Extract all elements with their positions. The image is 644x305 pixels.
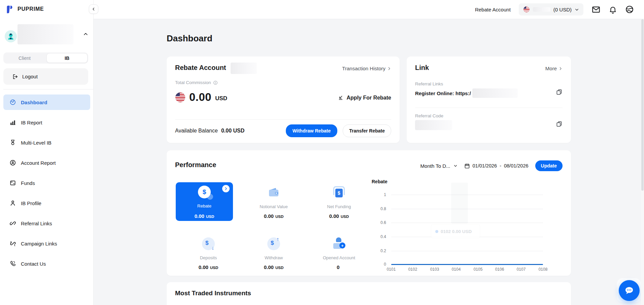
sidebar-divider (3, 89, 94, 89)
topbar: Rebate Account (0 USD) (94, 0, 644, 19)
tile-value-number: 0.00 (329, 213, 339, 219)
copy-referral-code-button[interactable] (556, 121, 563, 129)
tile-value: 0.00 USD (199, 264, 218, 270)
sidebar-item-ib-profile[interactable]: IB Profile (3, 195, 90, 211)
toggle-client[interactable]: Client (3, 52, 46, 64)
tile-value-unit: USD (210, 266, 218, 270)
logout-button[interactable]: Logout (3, 68, 88, 85)
tile-rebate[interactable]: $ Rebate 0.00 USD (176, 182, 233, 221)
card-divider (175, 119, 391, 120)
total-commission-label: Total Commission (175, 80, 211, 85)
chevron-right-icon (387, 67, 391, 71)
tile-opened-account[interactable]: + Opened Account 0 (306, 233, 372, 272)
copy-referral-link-button[interactable] (556, 89, 563, 97)
tile-label: Net Funding (327, 204, 351, 209)
tile-notional-value[interactable]: Notional Value 0.00 USD (241, 182, 306, 221)
sidebar-item-campaign-links[interactable]: Campaign Links (3, 236, 90, 251)
sidebar-item-multi-level-ib[interactable]: Multi-Level IB (3, 135, 90, 150)
transaction-history-link[interactable]: Transaction History (342, 66, 391, 71)
bell-icon (609, 5, 617, 14)
redacted-referral-link (472, 88, 518, 98)
rebate-card-footer: Available Balance 0.00 USD Withdraw Reba… (175, 123, 391, 138)
language-button[interactable] (625, 5, 634, 14)
scrollbar-thumb[interactable] (641, 19, 644, 191)
more-link[interactable]: More (545, 66, 563, 71)
chart-title: Rebate (372, 179, 387, 184)
x-axis-tick: 0107 (514, 267, 529, 272)
redacted-referral-code (415, 120, 452, 130)
available-balance-label: Available Balance (175, 128, 218, 134)
copy-icon (556, 121, 563, 127)
x-axis-tick: 0104 (449, 267, 464, 272)
tile-value-unit: USD (206, 215, 214, 219)
chevron-right-icon (558, 67, 563, 71)
tile-arrow-button[interactable] (222, 185, 230, 192)
x-axis-tick: 0102 (405, 267, 420, 272)
transfer-rebate-button[interactable]: Transfer Rebate (343, 124, 391, 137)
sidebar-item-referral-links[interactable]: Referral Links (3, 216, 90, 231)
date-range-dropdown[interactable]: Month To D... (420, 163, 457, 169)
notifications-button[interactable] (609, 5, 617, 14)
chevron-left-icon (92, 7, 96, 11)
x-axis-tick: 0103 (427, 267, 442, 272)
tile-value: 0.00 USD (264, 264, 283, 270)
apply-for-rebate-link[interactable]: Apply For Rebate (338, 95, 391, 101)
chat-button[interactable] (619, 280, 640, 301)
tile-value-unit: USD (341, 215, 349, 219)
toggle-ib[interactable]: IB (46, 53, 88, 63)
person-icon (9, 200, 16, 206)
page-title: Dashboard (167, 33, 212, 44)
sidebar-item-contact-us[interactable]: Contact Us (3, 256, 90, 271)
main-content: Dashboard Rebate Account Transaction His… (94, 19, 641, 305)
referral-link-text: Register Online: https:/ (415, 90, 471, 96)
rebate-account-label: Rebate Account (475, 7, 511, 12)
sidebar-item-label: Campaign Links (21, 241, 57, 246)
sidebar-item-account-report[interactable]: Account Report (3, 155, 90, 170)
mail-button[interactable] (591, 5, 601, 14)
date-to: 08/01/2026 (504, 163, 529, 168)
performance-card: Performance Month To D... 01/01/2026 (167, 150, 571, 276)
sidebar-item-label: Multi-Level IB (21, 140, 52, 146)
tile-value-number: 0.00 (199, 264, 208, 270)
date-range-picker[interactable]: 01/01/2026 - 08/01/2026 (464, 163, 529, 169)
avatar (5, 30, 17, 42)
sidebar-item-funds[interactable]: Funds (3, 175, 90, 191)
sidebar-item-ib-report[interactable]: IB Report (3, 115, 90, 130)
commission-currency: USD (215, 95, 227, 102)
logout-label: Logout (22, 74, 38, 79)
sidebar-collapse-button[interactable] (89, 4, 98, 14)
account-selector[interactable]: (0 USD) (519, 3, 583, 15)
sidebar-item-dashboard[interactable]: Dashboard (3, 94, 90, 110)
date-from: 01/01/2026 (473, 163, 497, 168)
phone-icon (9, 260, 16, 267)
page-scrollbar (641, 19, 644, 305)
redacted-username (18, 24, 73, 44)
y-axis-tick: 0.6 (369, 220, 386, 225)
medal-icon (9, 139, 16, 146)
tile-net-funding[interactable]: $ Net Funding 0.00 USD (306, 182, 372, 221)
calendar-icon (464, 163, 470, 169)
sidebar-item-label: Account Report (21, 160, 56, 166)
tile-value-unit: USD (275, 266, 283, 270)
available-balance-value: 0.00 USD (221, 128, 244, 134)
copy-icon (556, 89, 563, 96)
chat-bubble-icon (623, 285, 635, 296)
tile-withdraw[interactable]: $↑ Withdraw 0.00 USD (241, 233, 306, 272)
referral-code-label: Referral Code (415, 113, 443, 118)
info-icon[interactable] (213, 80, 218, 85)
date-range-dropdown-value: Month To D... (420, 163, 450, 169)
link-card-title: Link (415, 64, 429, 72)
update-button[interactable]: Update (535, 160, 563, 171)
tile-value-number: 0.00 (195, 213, 204, 219)
tile-label: Opened Account (323, 255, 355, 260)
withdraw-rebate-button[interactable]: Withdraw Rebate (286, 124, 337, 137)
chevron-down-icon (453, 164, 457, 168)
client-ib-toggle: Client IB (3, 52, 88, 64)
apply-rebate-icon (338, 95, 344, 101)
tile-value-unit: USD (275, 215, 283, 219)
chart-series-line (391, 264, 543, 265)
tile-deposits[interactable]: $↓ Deposits 0.00 USD (176, 233, 241, 272)
profile-menu[interactable] (4, 24, 90, 45)
tile-value: 0.00 USD (264, 213, 283, 219)
x-axis-tick: 0101 (384, 267, 399, 272)
